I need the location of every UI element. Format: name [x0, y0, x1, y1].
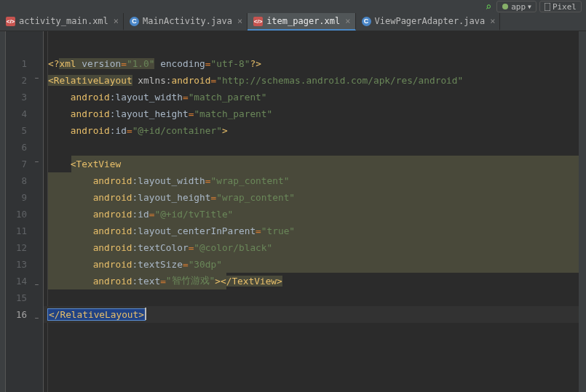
code-line[interactable]: android:id="@+id/container">: [44, 122, 586, 139]
line-number[interactable]: 9: [6, 189, 43, 206]
line-number[interactable]: 8: [6, 172, 43, 189]
java-file-icon: C: [130, 17, 139, 26]
code-line[interactable]: android:textColor="@color/black": [44, 239, 586, 256]
code-line[interactable]: android:layout_width="match_parent": [44, 89, 586, 105]
tab-label: MainActivity.java: [143, 16, 232, 26]
tab-viewpager-adapter[interactable]: C ViewPagerAdapter.java ×: [356, 13, 501, 31]
line-number[interactable]: 13: [6, 256, 43, 273]
left-tool-strip[interactable]: [0, 31, 6, 392]
text-caret: [145, 308, 146, 320]
line-number[interactable]: 3: [6, 89, 43, 105]
code-line[interactable]: android:layout_height="match_parent": [44, 105, 586, 122]
xml-file-icon: </>: [253, 17, 263, 26]
top-toolbar: ⌕ app ▼ Pixel: [0, 0, 586, 13]
line-number[interactable]: 2−: [6, 72, 43, 89]
editor-tabs: </> activity_main.xml × C MainActivity.j…: [0, 13, 586, 31]
line-number[interactable]: 7−: [6, 156, 43, 172]
chevron-down-icon: ▼: [528, 4, 531, 10]
device-selector[interactable]: Pixel: [539, 1, 582, 12]
tab-main-activity[interactable]: C MainActivity.java ×: [124, 13, 248, 31]
tab-item-pager[interactable]: </> item_pager.xml ×: [248, 13, 355, 31]
tab-label: activity_main.xml: [19, 16, 108, 26]
code-line[interactable]: <RelativeLayout xmlns:android="http://sc…: [44, 72, 586, 89]
code-line-current[interactable]: </RelativeLayout>: [44, 306, 586, 323]
code-line[interactable]: android:id="@+id/tvTitle": [44, 206, 586, 223]
editor-area: 12−34567−891011121314−1516− <?xml versio…: [0, 31, 586, 392]
fold-toggle-icon[interactable]: −: [33, 158, 40, 164]
code-editor[interactable]: <?xml version="1.0" encoding="utf-8"?> <…: [44, 31, 586, 392]
code-line[interactable]: android:text="智竹游戏"></TextView>: [44, 273, 586, 289]
code-line[interactable]: android:layout_width="wrap_content": [44, 172, 586, 189]
code-line[interactable]: <?xml version="1.0" encoding="utf-8"?>: [44, 55, 586, 72]
line-number[interactable]: 5: [6, 122, 43, 139]
android-icon: [502, 3, 509, 10]
line-number[interactable]: 12: [6, 239, 43, 256]
xml-file-icon: </>: [6, 17, 15, 26]
line-number[interactable]: 15: [6, 289, 43, 306]
line-number[interactable]: 14−: [6, 273, 43, 289]
search-icon[interactable]: ⌕: [483, 1, 494, 12]
tab-activity-main[interactable]: </> activity_main.xml ×: [0, 13, 124, 31]
code-line[interactable]: android:textSize="30dp": [44, 256, 586, 273]
code-line[interactable]: [44, 289, 586, 306]
run-target-label: app: [511, 2, 526, 12]
code-line[interactable]: android:layout_centerInParent="true": [44, 223, 586, 239]
tab-label: item_pager.xml: [266, 16, 340, 26]
close-icon[interactable]: ×: [236, 16, 242, 26]
line-number[interactable]: 16−: [6, 306, 43, 323]
gutter[interactable]: 12−34567−891011121314−1516−: [6, 31, 44, 392]
fold-toggle-icon[interactable]: −: [33, 281, 40, 287]
code-line[interactable]: <TextView: [44, 156, 586, 172]
fold-toggle-icon[interactable]: −: [33, 74, 40, 81]
close-icon[interactable]: ×: [112, 16, 119, 26]
line-number[interactable]: 10: [6, 206, 43, 223]
code-line[interactable]: [44, 139, 586, 156]
tab-label: ViewPagerAdapter.java: [375, 16, 486, 26]
line-number[interactable]: 1: [6, 55, 43, 72]
device-label: Pixel: [553, 2, 577, 12]
code-line[interactable]: android:layout_height="wrap_content": [44, 189, 586, 206]
line-number[interactable]: 6: [6, 139, 43, 156]
java-file-icon: C: [362, 17, 371, 26]
fold-toggle-icon[interactable]: −: [33, 314, 40, 321]
close-icon[interactable]: ×: [344, 16, 350, 26]
scrollbar[interactable]: [579, 31, 586, 392]
phone-icon: [545, 3, 550, 11]
svg-point-0: [502, 4, 508, 9]
run-config-dropdown[interactable]: app ▼: [496, 1, 536, 12]
svg-rect-1: [545, 3, 550, 11]
close-icon[interactable]: ×: [488, 16, 495, 26]
line-number[interactable]: 11: [6, 223, 43, 239]
line-number[interactable]: 4: [6, 105, 43, 122]
